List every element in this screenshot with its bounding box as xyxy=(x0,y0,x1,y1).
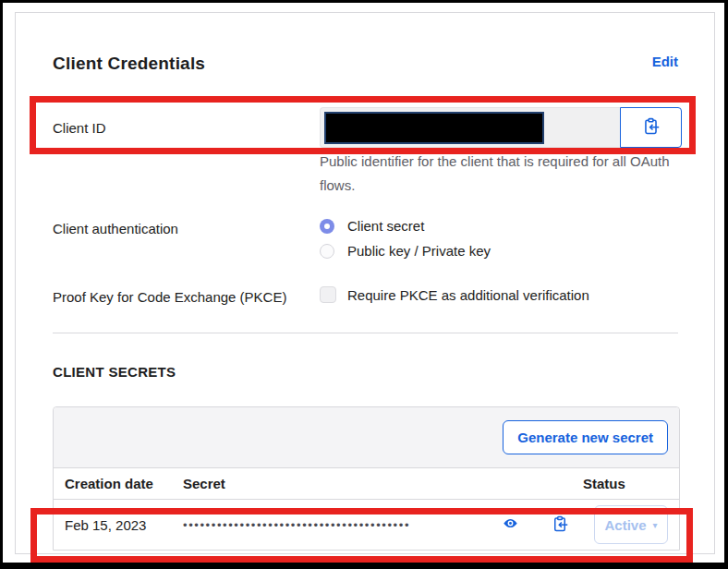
client-id-help-text: Public identifier for the client that is… xyxy=(320,150,682,198)
table-header-row: Creation date Secret Status xyxy=(54,468,679,500)
column-header-secret: Secret xyxy=(183,476,583,491)
client-id-row: Client ID Public ide xyxy=(53,107,678,198)
pkce-checkbox-label: Require PKCE as additional verification xyxy=(347,287,589,303)
radio-public-private-key[interactable]: Public key / Private key xyxy=(320,243,678,259)
radio-client-secret[interactable]: Client secret xyxy=(320,218,678,234)
card-header: Client Credentials Edit xyxy=(53,54,678,74)
copy-to-clipboard-icon xyxy=(642,117,660,138)
status-dropdown-button[interactable]: Active ▾ xyxy=(594,505,668,544)
client-credentials-card: Client Credentials Edit Client ID xyxy=(15,12,715,554)
client-authentication-row: Client authentication Client secret Publ… xyxy=(53,218,678,268)
radio-unselected-icon[interactable] xyxy=(320,244,334,259)
secret-masked-value: •••••••••••••••••••••••••••••••••••••••• xyxy=(183,518,503,532)
pkce-label: Proof Key for Code Exchange (PKCE) xyxy=(53,286,320,305)
table-toolbar: Generate new secret xyxy=(54,407,679,468)
secret-table-row: Feb 15, 2023 •••••••••••••••••••••••••••… xyxy=(54,500,679,550)
copy-client-id-button[interactable] xyxy=(620,107,682,148)
client-secrets-heading: CLIENT SECRETS xyxy=(53,364,678,380)
radio-selected-icon[interactable] xyxy=(320,219,334,234)
chevron-down-icon: ▾ xyxy=(653,520,658,530)
edit-link[interactable]: Edit xyxy=(652,54,678,69)
copy-to-clipboard-icon xyxy=(552,515,568,535)
client-id-redacted-value xyxy=(324,112,544,144)
client-secrets-table: Generate new secret Creation date Secret… xyxy=(53,406,680,551)
pkce-row: Proof Key for Code Exchange (PKCE) Requi… xyxy=(53,286,678,305)
generate-new-secret-button[interactable]: Generate new secret xyxy=(503,420,668,454)
eye-icon xyxy=(503,515,518,534)
radio-client-secret-label: Client secret xyxy=(347,218,424,234)
client-id-label: Client ID xyxy=(53,107,320,136)
status-label: Active xyxy=(604,517,646,533)
column-header-status: Status xyxy=(583,476,668,491)
column-header-creation-date: Creation date xyxy=(65,476,183,491)
secret-creation-date: Feb 15, 2023 xyxy=(65,517,183,533)
client-id-field[interactable] xyxy=(320,107,620,148)
checkbox-unchecked-icon[interactable] xyxy=(320,286,336,303)
client-authentication-label: Client authentication xyxy=(53,218,320,236)
section-divider xyxy=(53,333,678,333)
copy-secret-button[interactable] xyxy=(552,515,568,535)
pkce-checkbox-option[interactable]: Require PKCE as additional verification xyxy=(320,286,678,303)
show-secret-button[interactable] xyxy=(503,515,518,534)
radio-public-private-key-label: Public key / Private key xyxy=(347,243,491,259)
page-title: Client Credentials xyxy=(53,54,205,74)
